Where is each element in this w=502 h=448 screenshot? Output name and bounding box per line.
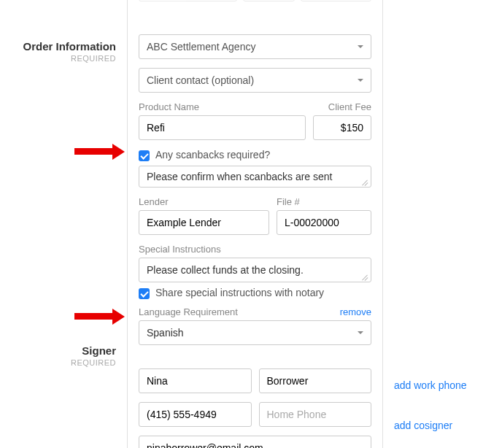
scanbacks-checkbox[interactable] xyxy=(139,150,150,161)
file-number-label: File # xyxy=(277,196,300,207)
chevron-down-icon xyxy=(358,79,363,82)
special-instructions-textarea[interactable]: Please collect funds at the closing. xyxy=(139,258,371,282)
chevron-down-icon xyxy=(358,331,363,334)
signer-home-phone-input[interactable] xyxy=(259,402,372,427)
section-order-info: Order Information REQUIRED xyxy=(23,40,116,63)
add-cosigner-link[interactable]: add cosigner xyxy=(394,420,452,431)
add-work-phone-link[interactable]: add work phone xyxy=(394,379,467,391)
language-requirement-label: Language Requirement xyxy=(139,306,238,317)
scanbacks-label: Any scanbacks required? xyxy=(155,149,270,161)
language-select[interactable]: Spanish xyxy=(139,320,371,345)
file-number-value[interactable] xyxy=(285,217,363,228)
scanbacks-note-textarea[interactable]: Please confirm when scanbacks are sent xyxy=(139,166,371,188)
signer-email-value[interactable] xyxy=(147,442,363,448)
scanbacks-note-value: Please confirm when scanbacks are sent xyxy=(147,171,332,182)
chevron-down-icon xyxy=(358,45,363,48)
share-instructions-checkbox[interactable] xyxy=(139,288,150,299)
client-contact-select[interactable]: Client contact (optional) xyxy=(139,68,371,93)
section-title-order: Order Information xyxy=(23,40,116,53)
client-fee-label: Client Fee xyxy=(328,101,371,112)
client-fee-input[interactable] xyxy=(313,115,371,140)
section-required-signer: REQUIRED xyxy=(71,358,116,367)
client-contact-value: Client contact (optional) xyxy=(147,74,254,86)
section-labels-column: Order Information REQUIRED Signer REQUIR… xyxy=(0,0,128,448)
product-name-input[interactable] xyxy=(139,115,306,140)
signer-last-name-input[interactable] xyxy=(259,368,372,393)
client-fee-value[interactable] xyxy=(321,122,363,134)
lender-value[interactable] xyxy=(147,217,261,228)
signer-mobile-phone-input[interactable] xyxy=(139,402,252,427)
signer-last-name-value[interactable] xyxy=(267,375,364,387)
agency-value: ABC Settlement Agency xyxy=(147,41,255,53)
signer-first-name-value[interactable] xyxy=(147,375,244,387)
language-value: Spanish xyxy=(147,327,184,339)
section-signer: Signer REQUIRED xyxy=(71,344,116,367)
product-name-value[interactable] xyxy=(147,122,298,134)
special-instructions-value: Please collect funds at the closing. xyxy=(147,264,304,276)
resize-handle-icon xyxy=(362,273,369,280)
signer-email-input[interactable] xyxy=(139,436,371,448)
side-links-column: add work phone add cosigner xyxy=(383,0,502,448)
share-instructions-label: Share special instructions with notary xyxy=(155,287,324,298)
form-column: February 27, 2018 at 4:30 pm ABC Settlem… xyxy=(128,0,383,448)
file-number-input[interactable] xyxy=(277,210,371,235)
section-title-signer: Signer xyxy=(71,344,116,357)
remove-language-link[interactable]: remove xyxy=(340,306,371,317)
signer-first-name-input[interactable] xyxy=(139,368,252,393)
lender-label: Lender xyxy=(139,196,168,207)
signer-home-phone-value[interactable] xyxy=(267,409,364,420)
section-required-order: REQUIRED xyxy=(23,54,116,63)
special-instructions-label: Special Instructions xyxy=(139,244,221,255)
lender-input[interactable] xyxy=(139,210,269,235)
agency-select[interactable]: ABC Settlement Agency xyxy=(139,34,371,59)
product-name-label: Product Name xyxy=(139,101,199,112)
resize-handle-icon xyxy=(362,178,369,185)
signer-mobile-phone-value[interactable] xyxy=(147,409,244,420)
